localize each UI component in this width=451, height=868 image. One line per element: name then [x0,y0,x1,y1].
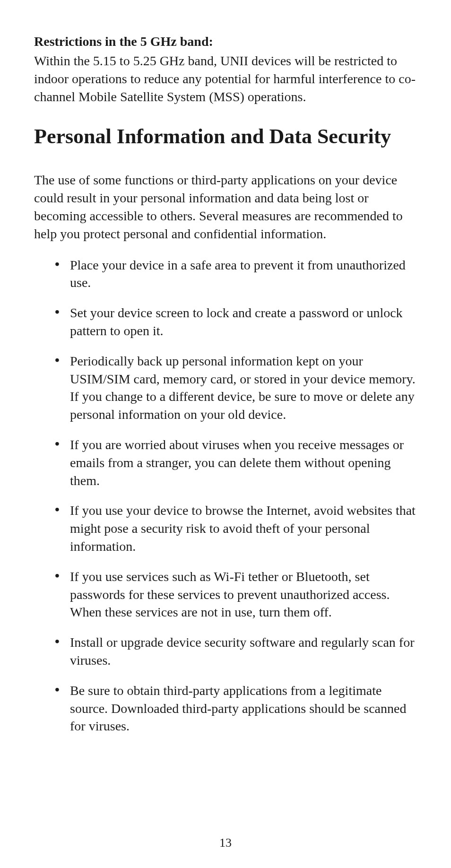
list-item: If you are worried about viruses when yo… [55,436,417,489]
section-title: Personal Information and Data Security [34,125,417,149]
restrictions-heading: Restrictions in the 5 GHz band: [34,33,417,50]
page-number: 13 [0,836,451,850]
restrictions-body: Within the 5.15 to 5.25 GHz band, UNII d… [34,52,417,105]
list-item: Be sure to obtain third-party applicatio… [55,682,417,735]
list-item: Set your device screen to lock and creat… [55,304,417,340]
section-intro: The use of some functions or third-party… [34,171,417,243]
list-item: Place your device in a safe area to prev… [55,256,417,292]
list-item: If you use your device to browse the Int… [55,502,417,555]
list-item: Install or upgrade device security softw… [55,634,417,669]
bullet-list: Place your device in a safe area to prev… [34,256,417,736]
list-item: If you use services such as Wi-Fi tether… [55,568,417,621]
list-item: Periodically back up personal informatio… [55,352,417,424]
